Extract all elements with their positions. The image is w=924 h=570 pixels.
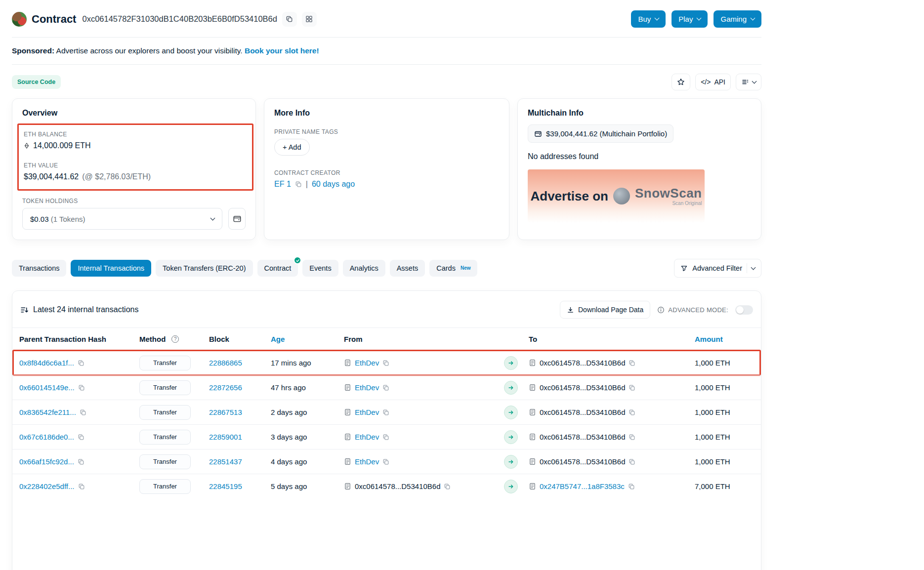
- tab-token-transfers[interactable]: Token Transfers (ERC-20): [156, 260, 252, 277]
- tx-hash-link[interactable]: 0x8f84d6c6a1f...: [19, 359, 74, 367]
- qr-code-button[interactable]: [302, 12, 317, 27]
- api-button[interactable]: </>API: [695, 74, 731, 90]
- method-badge[interactable]: Transfer: [139, 454, 191, 469]
- amount-value: 1,000 ETH: [695, 433, 754, 441]
- from-link[interactable]: EthDev: [355, 359, 379, 367]
- contract-address: 0xc06145782F31030dB1C40B203bE6B0fD53410B…: [82, 14, 277, 24]
- multichain-portfolio-badge[interactable]: $39,004,441.62 (Multichain Portfolio): [528, 124, 673, 143]
- col-age-sort[interactable]: Age: [271, 335, 344, 343]
- tab-contract[interactable]: Contract: [257, 260, 298, 277]
- amount-value: 1,000 ETH: [695, 457, 754, 466]
- in-arrow-icon: [504, 430, 518, 444]
- tab-internal-transactions[interactable]: Internal Transactions: [71, 260, 151, 277]
- download-label: Download Page Data: [578, 306, 643, 314]
- copy-icon[interactable]: [78, 483, 85, 490]
- from-link[interactable]: EthDev: [355, 433, 379, 441]
- copy-icon: [286, 15, 293, 23]
- ad-banner[interactable]: Advertise on SnowScan Scan Original: [528, 169, 705, 223]
- gaming-button[interactable]: Gaming: [714, 10, 761, 28]
- copy-icon[interactable]: [382, 434, 389, 441]
- add-name-tag-button[interactable]: + Add: [274, 139, 310, 156]
- copy-icon[interactable]: [444, 483, 451, 490]
- play-button[interactable]: Play: [672, 10, 708, 28]
- tab-cards[interactable]: Cards New: [429, 260, 477, 277]
- copy-icon[interactable]: [382, 360, 389, 366]
- book-slot-link[interactable]: Book your slot here!: [245, 46, 319, 55]
- contract-icon: [529, 408, 536, 416]
- creation-tx-link[interactable]: 60 days ago: [312, 180, 355, 189]
- col-from: From: [344, 335, 504, 343]
- from-link[interactable]: EthDev: [355, 383, 379, 392]
- tab-transactions[interactable]: Transactions: [12, 260, 66, 277]
- copy-icon[interactable]: [382, 458, 389, 465]
- copy-icon[interactable]: [78, 360, 84, 366]
- tab-contract-label: Contract: [264, 264, 292, 272]
- block-link[interactable]: 22845195: [209, 482, 242, 490]
- col-amount[interactable]: Amount: [695, 335, 754, 343]
- copy-icon[interactable]: [80, 409, 86, 416]
- copy-icon[interactable]: [78, 384, 85, 391]
- tab-analytics[interactable]: Analytics: [343, 260, 385, 277]
- copy-icon[interactable]: [629, 360, 635, 366]
- funnel-icon: [680, 265, 688, 272]
- tx-hash-link[interactable]: 0x66af15fc92d...: [19, 457, 74, 466]
- buy-button[interactable]: Buy: [631, 10, 666, 28]
- method-badge[interactable]: Transfer: [139, 479, 191, 494]
- question-icon[interactable]: [171, 335, 179, 343]
- method-badge[interactable]: Transfer: [139, 380, 191, 395]
- sort-icon[interactable]: [20, 306, 29, 314]
- advanced-mode-label: ADVANCED MODE:: [668, 306, 728, 314]
- copy-icon[interactable]: [629, 458, 635, 465]
- method-badge[interactable]: Transfer: [139, 430, 191, 445]
- source-code-badge[interactable]: Source Code: [12, 75, 61, 89]
- page-header: Contract 0xc06145782F31030dB1C40B203bE6B…: [12, 0, 761, 38]
- tx-hash-link[interactable]: 0x67c6186de0...: [19, 433, 74, 441]
- method-badge[interactable]: Transfer: [139, 356, 191, 370]
- age-value: 17 mins ago: [271, 359, 344, 367]
- copy-icon: [295, 181, 302, 188]
- tx-hash-link[interactable]: 0x228402e5dff...: [19, 482, 75, 490]
- from-link[interactable]: EthDev: [355, 408, 379, 416]
- ad-title: Advertise on: [531, 189, 609, 204]
- tab-events[interactable]: Events: [302, 260, 338, 277]
- download-icon: [567, 306, 574, 314]
- portfolio-value: $39,004,441.62 (Multichain Portfolio): [546, 129, 667, 138]
- copy-icon[interactable]: [78, 434, 84, 441]
- eth-value-label: ETH VALUE: [24, 162, 247, 169]
- eth-icon: [24, 143, 30, 149]
- block-link[interactable]: 22851437: [209, 457, 242, 466]
- download-page-data-button[interactable]: Download Page Data: [560, 301, 650, 319]
- method-badge[interactable]: Transfer: [139, 405, 191, 420]
- copy-address-button[interactable]: [282, 12, 297, 27]
- eth-rate: (@ $2,786.03/ETH): [82, 172, 151, 181]
- wallet-button[interactable]: [228, 208, 246, 230]
- copy-creator-button[interactable]: [295, 181, 302, 188]
- copy-icon[interactable]: [629, 384, 635, 391]
- block-link[interactable]: 22867513: [209, 408, 242, 416]
- token-holdings-dropdown[interactable]: $0.03 (1 Tokens): [22, 208, 222, 230]
- copy-icon[interactable]: [628, 483, 635, 490]
- advanced-filter-button[interactable]: Advanced Filter: [674, 259, 761, 278]
- buy-label: Buy: [638, 15, 651, 23]
- copy-icon[interactable]: [382, 384, 389, 391]
- contract-avatar: [12, 12, 27, 27]
- block-link[interactable]: 22859001: [209, 433, 242, 441]
- view-options-button[interactable]: [736, 74, 761, 90]
- copy-icon[interactable]: [78, 458, 84, 465]
- eth-balance-value: 14,000.009 ETH: [33, 141, 91, 150]
- favorite-button[interactable]: [672, 74, 690, 90]
- block-link[interactable]: 22886865: [209, 359, 242, 367]
- divider: [747, 263, 747, 273]
- tx-hash-link[interactable]: 0x660145149e...: [19, 383, 75, 392]
- to-link[interactable]: 0x247B5747...1a8F3583c: [540, 482, 625, 490]
- from-link[interactable]: EthDev: [355, 457, 379, 466]
- copy-icon[interactable]: [629, 409, 635, 416]
- overview-card: Overview ETH BALANCE 14,000.009 ETH ETH …: [12, 98, 256, 240]
- tx-hash-link[interactable]: 0x836542fe211...: [19, 408, 76, 416]
- copy-icon[interactable]: [629, 434, 635, 441]
- advanced-mode-toggle[interactable]: [735, 305, 753, 315]
- tab-assets[interactable]: Assets: [390, 260, 425, 277]
- block-link[interactable]: 22872656: [209, 383, 242, 392]
- copy-icon[interactable]: [382, 409, 389, 416]
- creator-link[interactable]: EF 1: [274, 180, 291, 189]
